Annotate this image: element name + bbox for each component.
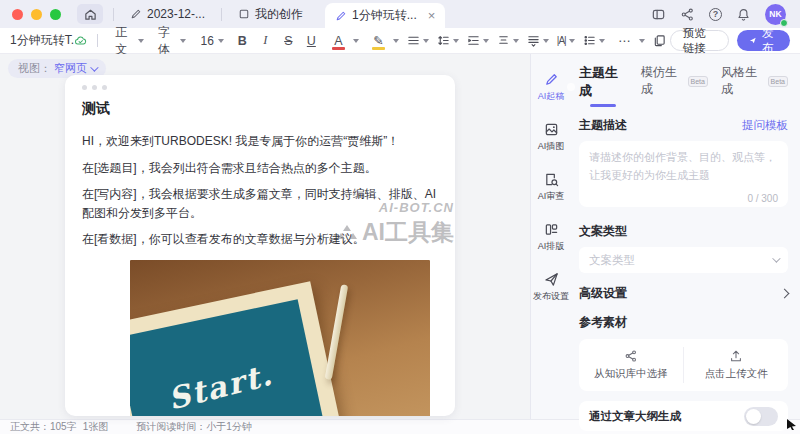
minimize-window-button[interactable] <box>31 9 42 20</box>
align-icon <box>407 34 420 47</box>
share-icon[interactable] <box>680 7 695 22</box>
question-template-link[interactable]: 提问模板 <box>742 118 788 133</box>
notifications-bell-icon[interactable] <box>736 7 751 22</box>
layout-icon <box>544 222 559 237</box>
align-dropdown[interactable] <box>407 34 429 47</box>
maximize-window-button[interactable] <box>50 9 61 20</box>
user-avatar[interactable]: NK <box>765 4 786 25</box>
advanced-settings-row[interactable]: 高级设置 <box>579 285 788 302</box>
generation-tabs: 主题生成 模仿生成 Beta 风格生成 Beta <box>579 64 788 107</box>
home-button[interactable] <box>77 4 103 24</box>
doc-paragraph[interactable]: 在[选题目]，我会列出符合需求且结合热点的多个主题。 <box>82 159 440 178</box>
distribute-dropdown[interactable] <box>527 34 549 47</box>
upload-file-button[interactable]: 点击上传文件 <box>684 339 788 391</box>
close-window-button[interactable] <box>12 9 23 20</box>
document-search-icon <box>544 172 559 187</box>
pen-icon <box>544 72 559 87</box>
chevron-down-icon <box>423 39 429 43</box>
document-page[interactable]: 测试 HI，欢迎来到TURBODESK! 我是专属于你的运营“贾维斯”！ 在[选… <box>65 75 455 416</box>
view-label: 视图： <box>18 61 51 76</box>
beta-badge: Beta <box>768 76 788 87</box>
font-size-dropdown[interactable]: 16 <box>200 34 223 48</box>
italic-button[interactable]: I <box>257 31 274 51</box>
underline-button[interactable]: U <box>303 31 320 51</box>
folder-icon <box>238 8 250 20</box>
upload-icon <box>729 349 743 363</box>
nav-ai-layout[interactable]: AI排版 <box>531 212 571 262</box>
help-icon[interactable]: ? <box>709 8 722 21</box>
chevron-down-icon <box>453 39 459 43</box>
copy-type-placeholder: 文案类型 <box>589 253 635 268</box>
ai-tools-dropdown[interactable]: |A| <box>557 35 575 46</box>
nav-ai-illustration[interactable]: AI插图 <box>531 112 571 162</box>
sidebar-toggle-icon[interactable] <box>651 7 666 22</box>
image-icon <box>544 122 559 137</box>
outline-generation-toggle[interactable] <box>744 407 778 426</box>
nav-publish-settings[interactable]: 发布设置 <box>531 262 571 312</box>
doc-paragraph[interactable]: 在[写内容]，我会根据要求生成多篇文章，同时支持编辑、排版、AI配图和分发到多平… <box>82 185 440 222</box>
chevron-down-icon <box>569 39 575 43</box>
doc-heading[interactable]: 测试 <box>82 100 440 118</box>
document-title: 1分钟玩转T... <box>10 32 74 49</box>
bold-button[interactable]: B <box>234 31 251 51</box>
more-tools-dropdown[interactable]: ⋯ <box>613 31 645 51</box>
strikethrough-button[interactable]: S <box>280 31 297 51</box>
close-tab-icon[interactable]: × <box>428 8 436 23</box>
font-color-dropdown[interactable]: A <box>327 31 359 51</box>
read-time: 预计阅读时间：小于1分钟 <box>136 420 252 434</box>
tab-topic-generation[interactable]: 主题生成 <box>579 64 628 107</box>
copy-type-select[interactable]: 文案类型 <box>579 247 788 273</box>
nav-ai-draft[interactable]: AI起稿 <box>531 62 571 112</box>
chevron-right-icon <box>780 289 790 299</box>
paragraph-style-dropdown[interactable]: 正文 <box>115 24 144 58</box>
chevron-down-icon <box>513 39 519 43</box>
tab-label: 我的创作 <box>255 6 303 23</box>
select-from-knowledge-base-button[interactable]: 从知识库中选择 <box>579 339 683 391</box>
chevron-down-icon <box>353 39 359 43</box>
vertical-align-dropdown[interactable] <box>497 34 519 47</box>
font-color-icon: A <box>330 31 347 51</box>
chevron-down-icon <box>180 39 186 43</box>
distribute-icon <box>527 34 540 47</box>
preview-link-button[interactable]: 预览链接 <box>670 30 730 51</box>
list-icon <box>583 34 596 47</box>
reference-material-label: 参考素材 <box>579 314 788 331</box>
publish-button[interactable]: 发布 <box>737 30 790 51</box>
doc-paragraph[interactable]: 在[看数据]，你可以查看发布的文章数据与分析建议。 <box>82 230 440 249</box>
list-dropdown[interactable] <box>583 34 605 47</box>
format-toolbar: 1分钟玩转T... 正文 字体 16 B I S U A ✎ <box>0 28 800 54</box>
paper-plane-icon <box>544 272 559 287</box>
color-bar <box>372 47 385 50</box>
window-controls <box>12 9 61 20</box>
highlight-color-dropdown[interactable]: ✎ <box>367 31 399 51</box>
divider <box>113 8 114 21</box>
chevron-down-icon <box>90 63 98 71</box>
word-count: 正文共：105字 <box>10 420 77 434</box>
char-counter: 0 / 300 <box>747 193 778 204</box>
tab-imitation-generation[interactable]: 模仿生成 Beta <box>641 64 708 105</box>
chevron-down-icon <box>543 39 549 43</box>
chevron-down-icon <box>393 39 399 43</box>
doc-paragraph[interactable]: HI，欢迎来到TURBODESK! 我是专属于你的运营“贾维斯”！ <box>82 132 440 151</box>
indent-dropdown[interactable] <box>467 34 489 47</box>
topic-description-label: 主题描述 <box>579 117 627 134</box>
cloud-saved-icon <box>74 33 87 49</box>
tab-style-generation[interactable]: 风格生成 Beta <box>721 64 788 105</box>
nav-ai-review[interactable]: AI审查 <box>531 162 571 212</box>
editor-canvas: 视图： 窄网页 测试 HI，欢迎来到TURBODESK! 我是专属于你的运营“贾… <box>0 54 530 419</box>
ai-panel-content: 主题生成 模仿生成 Beta 风格生成 Beta 主题描述 提问模板 <box>571 54 800 419</box>
reference-material-card: 从知识库中选择 点击上传文件 <box>579 339 788 391</box>
pen-object <box>325 284 349 380</box>
image-count: 1张图 <box>83 420 109 434</box>
line-spacing-dropdown[interactable] <box>437 34 459 47</box>
format-painter-button[interactable] <box>653 34 666 47</box>
line-spacing-icon <box>437 34 450 47</box>
tab-my-creations[interactable]: 我的创作 <box>232 0 309 28</box>
font-family-dropdown[interactable]: 字体 <box>158 24 187 58</box>
ai-panel: AI起稿 AI插图 AI审查 AI排版 发布设置 <box>530 54 800 419</box>
view-value: 窄网页 <box>54 61 87 76</box>
toggle-knob <box>746 409 761 424</box>
tab-current-doc[interactable]: 1分钟玩转... × <box>325 3 445 28</box>
divider <box>97 34 98 47</box>
inline-image-start[interactable]: Start. <box>130 260 430 416</box>
